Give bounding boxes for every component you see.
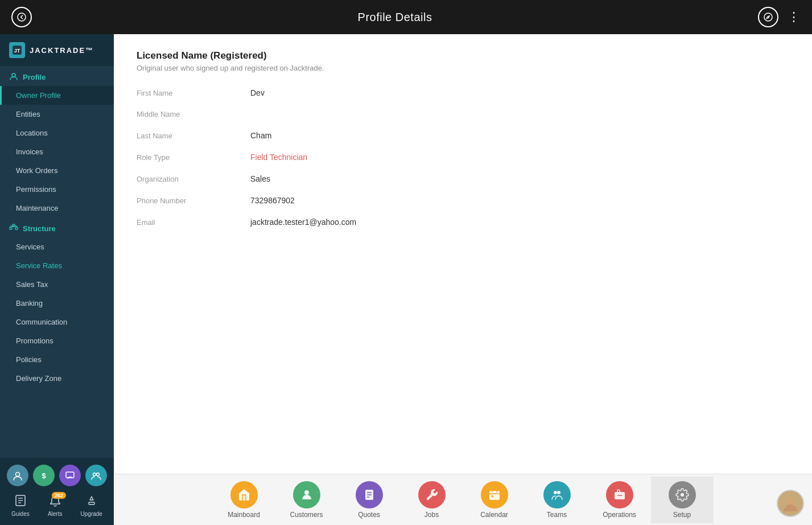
- svg-point-12: [93, 473, 96, 476]
- tab-jobs[interactable]: Jobs: [401, 477, 463, 523]
- sidebar-bottom-icons: $: [0, 462, 114, 491]
- setup-icon: [669, 481, 696, 508]
- structure-section-header: Structure: [0, 218, 114, 237]
- bottom-icon-chat[interactable]: [59, 465, 81, 486]
- svg-rect-24: [489, 491, 500, 500]
- field-row-last-name: Last Name Cham: [137, 131, 789, 140]
- sidebar-item-promotions[interactable]: Promotions: [0, 331, 114, 350]
- more-button[interactable]: ⋮: [788, 10, 801, 24]
- sidebar-item-permissions[interactable]: Permissions: [0, 180, 114, 199]
- svg-point-30: [557, 491, 560, 494]
- sidebar-footer: Guides 262 Alerts: [0, 491, 114, 520]
- sidebar-item-sales-tax[interactable]: Sales Tax: [0, 275, 114, 294]
- svg-rect-8: [15, 227, 18, 229]
- alerts-label: Alerts: [48, 511, 63, 517]
- tab-mainboard-label: Mainboard: [228, 511, 260, 519]
- tab-quotes-label: Quotes: [358, 511, 380, 519]
- field-value-role-type: Field Technician: [250, 153, 307, 162]
- svg-point-29: [554, 491, 557, 494]
- sidebar-item-owner-profile[interactable]: Owner Profile: [0, 86, 114, 105]
- field-row-first-name: First Name Dev: [137, 88, 789, 97]
- logo-icon: JT: [9, 42, 25, 58]
- bottom-icon-profile[interactable]: [7, 465, 28, 486]
- field-label-email: Email: [137, 218, 250, 227]
- sidebar-item-delivery-zone[interactable]: Delivery Zone: [0, 369, 114, 388]
- quotes-icon: [356, 481, 383, 508]
- sidebar-item-entities[interactable]: Entities: [0, 105, 114, 124]
- svg-point-2: [768, 17, 769, 18]
- svg-point-5: [12, 73, 15, 77]
- sidebar-item-banking[interactable]: Banking: [0, 294, 114, 313]
- tab-quotes[interactable]: Quotes: [338, 477, 401, 523]
- field-label-role-type: Role Type: [137, 153, 250, 162]
- svg-text:$: $: [42, 471, 46, 480]
- calendar-icon: [481, 481, 508, 508]
- svg-point-9: [16, 473, 20, 477]
- tab-setup[interactable]: Setup: [651, 477, 714, 523]
- edit-button[interactable]: [758, 7, 778, 27]
- alerts-button[interactable]: 262 Alerts: [48, 494, 63, 517]
- back-button[interactable]: [11, 7, 32, 27]
- tab-teams-label: Teams: [547, 511, 567, 519]
- sidebar-bottom: $: [0, 458, 114, 525]
- field-row-phone-number: Phone Number 7329867902: [137, 196, 789, 205]
- tab-mainboard[interactable]: Mainboard: [213, 477, 275, 523]
- content-main: Licensed Name (Registered) Original user…: [114, 34, 812, 474]
- tab-calendar-label: Calendar: [480, 511, 508, 519]
- teams-icon: [543, 481, 571, 508]
- avatar[interactable]: [777, 490, 804, 517]
- operations-icon: [606, 481, 633, 508]
- sidebar-item-invoices[interactable]: Invoices: [0, 142, 114, 161]
- sidebar-item-work-orders[interactable]: Work Orders: [0, 161, 114, 180]
- tab-customers[interactable]: Customers: [275, 477, 338, 523]
- tab-jobs-label: Jobs: [424, 511, 439, 519]
- sidebar-item-service-rates[interactable]: Service Rates: [0, 256, 114, 275]
- tab-calendar[interactable]: Calendar: [463, 477, 526, 523]
- upgrade-button[interactable]: Upgrade: [81, 494, 102, 517]
- jobs-icon: [418, 481, 446, 508]
- main-body: JT JACKTRADE™ Profile Owner Profile: [0, 34, 812, 525]
- content-area: Licensed Name (Registered) Original user…: [114, 34, 812, 525]
- field-value-first-name: Dev: [250, 88, 265, 97]
- svg-rect-28: [492, 495, 493, 497]
- profile-section-label: Profile: [23, 73, 46, 81]
- field-row-role-type: Role Type Field Technician: [137, 153, 789, 162]
- alerts-badge: 262: [52, 492, 66, 499]
- tab-operations[interactable]: Operations: [588, 477, 651, 523]
- svg-point-33: [681, 493, 684, 497]
- structure-section-icon: [9, 223, 18, 234]
- page-title: Profile Details: [358, 11, 432, 24]
- profile-section-icon: [9, 72, 18, 83]
- alerts-icon: 262: [49, 494, 61, 510]
- sidebar-scroll: Profile Owner Profile Entities Locations…: [0, 66, 114, 458]
- sidebar-item-communication[interactable]: Communication: [0, 313, 114, 331]
- field-label-first-name: First Name: [137, 89, 250, 97]
- bottom-icon-team[interactable]: [85, 465, 107, 486]
- customers-icon: [293, 481, 320, 508]
- sidebar-item-policies[interactable]: Policies: [0, 350, 114, 369]
- section-title: Licensed Name (Registered): [137, 50, 789, 61]
- field-row-middle-name: Middle Name: [137, 110, 789, 118]
- field-value-email: jacktrade.tester1@yahoo.com: [250, 218, 356, 227]
- tab-teams[interactable]: Teams: [526, 477, 588, 523]
- sidebar-item-locations[interactable]: Locations: [0, 124, 114, 142]
- sidebar: JT JACKTRADE™ Profile Owner Profile: [0, 34, 114, 525]
- field-value-last-name: Cham: [250, 131, 271, 140]
- svg-rect-18: [89, 502, 94, 505]
- svg-point-34: [787, 498, 794, 505]
- profile-section-header: Profile: [0, 66, 114, 86]
- tab-setup-label: Setup: [673, 511, 691, 519]
- mainboard-icon: [230, 481, 258, 508]
- field-label-phone-number: Phone Number: [137, 196, 250, 205]
- sidebar-item-services[interactable]: Services: [0, 237, 114, 256]
- guides-button[interactable]: Guides: [11, 494, 30, 517]
- bottom-icon-dollar[interactable]: $: [33, 465, 55, 486]
- field-label-organization: Organization: [137, 175, 250, 183]
- field-label-middle-name: Middle Name: [137, 110, 250, 118]
- header-actions: ⋮: [758, 7, 801, 27]
- sidebar-item-maintenance[interactable]: Maintenance: [0, 199, 114, 218]
- guides-label: Guides: [11, 511, 30, 517]
- logo-text: JACKTRADE™: [30, 46, 94, 55]
- upgrade-label: Upgrade: [81, 511, 102, 517]
- tab-customers-label: Customers: [290, 511, 323, 519]
